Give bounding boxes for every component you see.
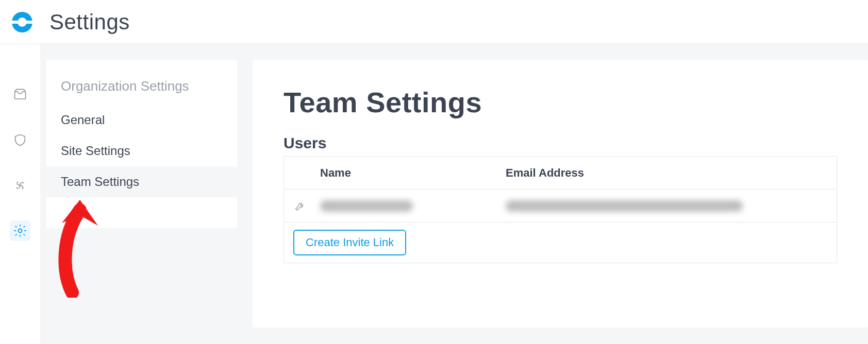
table-row	[284, 190, 837, 222]
settings-nav-heading: Organization Settings	[46, 78, 237, 105]
users-heading: Users	[283, 134, 837, 152]
nav-item-site-settings[interactable]: Site Settings	[46, 135, 237, 166]
users-table: Name Email Address Create Invite Link	[283, 156, 837, 263]
nav-item-general[interactable]: General	[46, 105, 237, 135]
shield-icon[interactable]	[10, 130, 30, 150]
settings-nav: Organization Settings General Site Setti…	[46, 60, 237, 228]
svg-point-3	[19, 229, 22, 233]
swirl-icon[interactable]	[10, 175, 30, 196]
header-title: Settings	[49, 10, 130, 35]
svg-rect-2	[9, 21, 35, 24]
app-logo	[9, 9, 35, 35]
column-header-email: Email Address	[506, 166, 837, 180]
invite-row: Create Invite Link	[284, 222, 837, 263]
user-name-cell	[320, 200, 506, 212]
gear-icon[interactable]	[10, 220, 30, 241]
icon-rail	[0, 44, 40, 344]
app-header: Settings	[0, 0, 868, 44]
page-title: Team Settings	[283, 85, 837, 119]
main-content: Team Settings Users Name Email Address C…	[253, 60, 868, 328]
inbox-icon[interactable]	[10, 84, 30, 105]
user-email-cell	[506, 200, 837, 212]
users-table-header: Name Email Address	[284, 157, 837, 190]
create-invite-link-button[interactable]: Create Invite Link	[293, 230, 406, 255]
column-header-name: Name	[320, 166, 506, 180]
nav-item-team-settings[interactable]: Team Settings	[46, 166, 237, 197]
wrench-icon[interactable]	[284, 200, 320, 212]
